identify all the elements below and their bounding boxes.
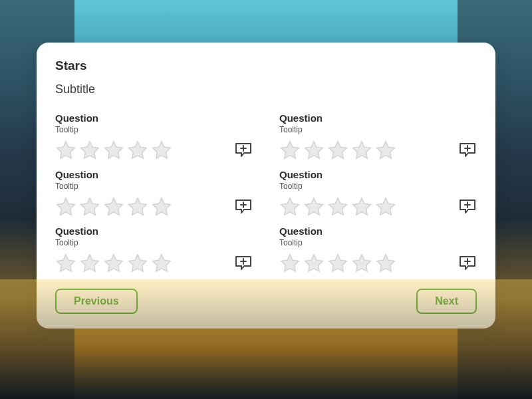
- star-icon[interactable]: [55, 140, 76, 161]
- question-tooltip: Tooltip: [279, 125, 477, 134]
- star-icon[interactable]: [127, 140, 148, 161]
- star-icon[interactable]: [351, 196, 372, 217]
- star-rating: [279, 253, 396, 274]
- question-row: [55, 253, 253, 274]
- star-icon[interactable]: [79, 253, 100, 274]
- star-icon[interactable]: [55, 196, 76, 217]
- add-comment-icon[interactable]: [458, 255, 477, 272]
- question-tooltip: Tooltip: [279, 238, 477, 247]
- star-icon[interactable]: [279, 196, 301, 217]
- star-icon[interactable]: [375, 196, 396, 217]
- questions-columns: Question Tooltip Question: [55, 104, 477, 274]
- previous-button[interactable]: Previous: [55, 289, 138, 314]
- add-comment-icon[interactable]: [234, 142, 253, 159]
- star-icon[interactable]: [55, 253, 76, 274]
- star-icon[interactable]: [103, 253, 124, 274]
- nav-buttons: Previous Next: [55, 289, 477, 314]
- question-row: [279, 140, 477, 161]
- star-icon[interactable]: [327, 196, 348, 217]
- star-rating: [279, 140, 396, 161]
- star-icon[interactable]: [303, 140, 325, 161]
- question-tooltip: Tooltip: [55, 125, 253, 134]
- question-block: Question Tooltip: [279, 169, 477, 217]
- star-icon[interactable]: [303, 196, 325, 217]
- question-tooltip: Tooltip: [279, 182, 477, 191]
- star-icon[interactable]: [351, 140, 372, 161]
- star-icon[interactable]: [151, 196, 172, 217]
- question-block: Question Tooltip: [279, 225, 477, 274]
- star-icon[interactable]: [327, 140, 348, 161]
- star-icon[interactable]: [375, 253, 396, 274]
- question-block: Question Tooltip: [279, 112, 477, 161]
- star-icon[interactable]: [351, 253, 372, 274]
- star-icon[interactable]: [79, 196, 100, 217]
- star-icon[interactable]: [127, 196, 148, 217]
- star-icon[interactable]: [279, 140, 301, 161]
- star-icon[interactable]: [151, 140, 172, 161]
- star-rating: [279, 196, 396, 217]
- add-comment-icon[interactable]: [234, 198, 253, 215]
- star-rating: [55, 253, 172, 274]
- star-icon[interactable]: [303, 253, 325, 274]
- question-label: Question: [279, 169, 477, 180]
- questions-column-right: Question Tooltip Question: [279, 104, 477, 274]
- star-icon[interactable]: [127, 253, 148, 274]
- card-title: Stars: [55, 59, 477, 73]
- question-label: Question: [279, 225, 477, 237]
- star-icon[interactable]: [375, 140, 396, 161]
- question-row: [279, 253, 477, 274]
- question-label: Question: [279, 112, 477, 124]
- star-icon[interactable]: [151, 253, 172, 274]
- add-comment-icon[interactable]: [458, 142, 477, 159]
- question-tooltip: Tooltip: [55, 238, 253, 247]
- star-icon[interactable]: [79, 140, 100, 161]
- next-button[interactable]: Next: [416, 289, 477, 314]
- background-image: Stars Subtitle Question Tooltip: [0, 0, 532, 399]
- add-comment-icon[interactable]: [458, 198, 477, 215]
- question-block: Question Tooltip: [55, 225, 253, 274]
- add-comment-icon[interactable]: [234, 255, 253, 272]
- question-row: [279, 196, 477, 217]
- question-block: Question Tooltip: [55, 112, 253, 161]
- questions-column-left: Question Tooltip Question: [55, 104, 253, 274]
- question-row: [55, 196, 253, 217]
- star-icon[interactable]: [103, 196, 124, 217]
- survey-card: Stars Subtitle Question Tooltip: [37, 43, 495, 329]
- question-row: [55, 140, 253, 161]
- star-icon[interactable]: [279, 253, 301, 274]
- star-rating: [55, 196, 172, 217]
- question-label: Question: [55, 112, 253, 124]
- question-label: Question: [55, 169, 253, 180]
- card-subtitle: Subtitle: [55, 82, 477, 96]
- star-icon[interactable]: [103, 140, 124, 161]
- star-icon[interactable]: [327, 253, 348, 274]
- question-label: Question: [55, 225, 253, 237]
- question-tooltip: Tooltip: [55, 182, 253, 191]
- star-rating: [55, 140, 172, 161]
- question-block: Question Tooltip: [55, 169, 253, 217]
